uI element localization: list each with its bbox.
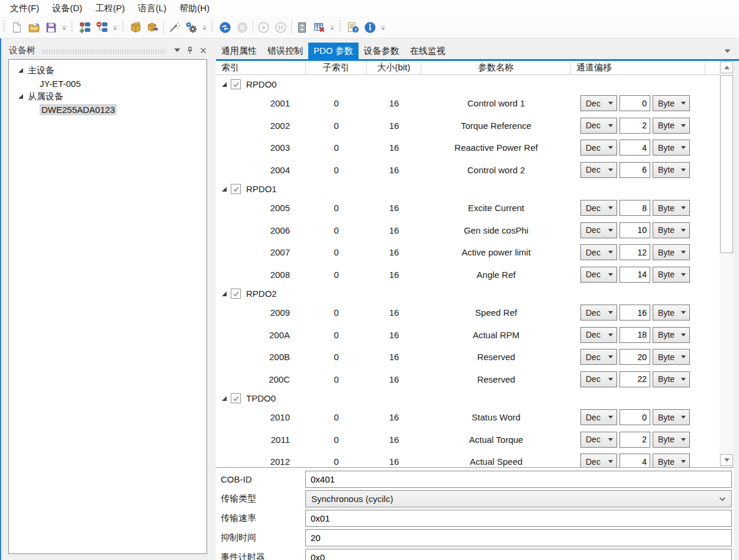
offset-unit-dropdown[interactable]: Byte [653, 327, 690, 343]
offset-unit-dropdown[interactable]: Byte [653, 118, 690, 134]
new-file-button[interactable] [8, 19, 25, 36]
offset-unit-dropdown[interactable]: Byte [653, 162, 690, 178]
scroll-up-button[interactable] [720, 61, 733, 73]
tree-node-jy-et-005[interactable]: JY-ET-005 [9, 77, 206, 90]
tab-overflow-button[interactable] [723, 47, 731, 54]
offset-format-dropdown[interactable]: Dec [580, 371, 617, 387]
offset-unit-dropdown[interactable]: Byte [653, 200, 690, 216]
offset-value-input[interactable] [619, 349, 650, 365]
remove-device-button[interactable] [93, 19, 111, 36]
offset-value-input[interactable] [619, 371, 650, 387]
offset-value-input[interactable] [619, 200, 650, 216]
column-header-subindex[interactable]: 子索引 [306, 61, 367, 75]
column-header-size[interactable]: 大小(bit) [367, 61, 421, 75]
expand-triangle-icon[interactable] [222, 292, 227, 296]
toolbar-dropdown-button[interactable] [111, 19, 119, 36]
stop-button[interactable] [234, 19, 251, 36]
panel-menu-button[interactable] [172, 45, 182, 56]
offset-unit-dropdown[interactable]: Byte [653, 140, 690, 156]
pdo-group-checkbox[interactable] [231, 393, 241, 403]
menu-item-device[interactable]: 设备(D) [46, 0, 89, 17]
expand-triangle-icon[interactable] [222, 396, 227, 401]
tab-online-monitor[interactable]: 在线监视 [405, 43, 451, 59]
tab-error-control[interactable]: 错误控制 [262, 43, 308, 59]
scrollbar-thumb[interactable] [720, 75, 733, 253]
offset-unit-dropdown[interactable]: Byte [653, 409, 690, 425]
offset-format-dropdown[interactable]: Dec [580, 140, 617, 156]
expand-triangle-icon[interactable] [18, 68, 23, 73]
toolbar-grip[interactable] [3, 21, 5, 33]
menu-item-help[interactable]: 帮助(H) [173, 0, 216, 17]
panel-pin-button[interactable] [185, 45, 195, 56]
connect-button[interactable] [217, 19, 234, 36]
offset-value-input[interactable] [619, 140, 650, 156]
open-folder-button[interactable] [25, 19, 43, 36]
tree-node-dwe255ada0123[interactable]: DWE255ADA0123 [9, 103, 206, 116]
tree-node-slave-device[interactable]: 从属设备 [9, 90, 206, 103]
offset-format-dropdown[interactable]: Dec [580, 95, 617, 111]
offset-format-dropdown[interactable]: Dec [580, 349, 617, 365]
offset-value-input[interactable] [619, 327, 650, 343]
vertical-scrollbar[interactable] [719, 61, 734, 467]
offset-unit-dropdown[interactable]: Byte [653, 305, 690, 321]
pdo-group-checkbox[interactable] [231, 79, 241, 89]
toolbar-dropdown-button[interactable] [60, 19, 68, 36]
menu-item-file[interactable]: 文件(F) [4, 0, 46, 17]
offset-format-dropdown[interactable]: Dec [580, 432, 617, 448]
gears-button[interactable] [183, 19, 200, 36]
offset-unit-dropdown[interactable]: Byte [653, 222, 690, 238]
toolbar-dropdown-button[interactable] [379, 19, 387, 36]
offset-value-input[interactable] [619, 409, 650, 425]
expand-triangle-icon[interactable] [18, 94, 23, 99]
event-timer-input[interactable] [305, 549, 732, 560]
panel-close-button[interactable] [198, 45, 208, 56]
menu-item-project[interactable]: 工程(P) [89, 0, 131, 17]
toolbar-grip[interactable] [211, 21, 213, 33]
delete-table-button[interactable] [311, 19, 328, 36]
scroll-down-button[interactable] [720, 454, 733, 466]
pdo-group-checkbox[interactable] [231, 289, 241, 299]
help-notes-button[interactable]: ? [344, 19, 362, 36]
offset-format-dropdown[interactable]: Dec [580, 454, 617, 467]
offset-format-dropdown[interactable]: Dec [580, 305, 617, 321]
offset-value-input[interactable] [619, 118, 650, 134]
add-device-button[interactable] [76, 19, 93, 36]
cob-id-input[interactable] [305, 471, 732, 488]
toolbar-grip[interactable] [71, 21, 73, 33]
expand-triangle-icon[interactable] [222, 82, 227, 87]
offset-value-input[interactable] [619, 432, 650, 448]
export-package-button[interactable] [144, 19, 162, 36]
offset-format-dropdown[interactable]: Dec [580, 244, 617, 260]
offset-format-dropdown[interactable]: Dec [580, 222, 617, 238]
offset-format-dropdown[interactable]: Dec [580, 327, 617, 343]
toolbar-grip[interactable] [122, 21, 124, 33]
toolbar-dropdown-button[interactable] [200, 19, 208, 36]
tab-pdo-params[interactable]: PDO 参数 [308, 43, 359, 59]
offset-unit-dropdown[interactable]: Byte [653, 371, 690, 387]
offset-value-input[interactable] [619, 454, 650, 467]
import-package-button[interactable] [127, 19, 144, 36]
offset-value-input[interactable] [619, 267, 650, 283]
tree-node-master-device[interactable]: 主设备 [9, 64, 206, 77]
offset-unit-dropdown[interactable]: Byte [653, 244, 690, 260]
pdo-group-checkbox[interactable] [231, 184, 241, 194]
offset-value-input[interactable] [619, 162, 650, 178]
column-header-index[interactable]: 索引 [216, 61, 306, 75]
transmission-type-select[interactable]: Synchronous (cycilc) [305, 490, 732, 507]
offset-format-dropdown[interactable]: Dec [580, 200, 617, 216]
offset-unit-dropdown[interactable]: Byte [653, 432, 690, 448]
offset-unit-dropdown[interactable]: Byte [653, 349, 690, 365]
offset-value-input[interactable] [619, 95, 650, 111]
offset-unit-dropdown[interactable]: Byte [653, 95, 690, 111]
transmission-rate-input[interactable] [305, 510, 732, 527]
expand-triangle-icon[interactable] [222, 187, 227, 192]
magic-wand-button[interactable] [166, 19, 183, 36]
offset-value-input[interactable] [619, 222, 650, 238]
tab-device-params[interactable]: 设备参数 [359, 43, 405, 59]
offset-value-input[interactable] [619, 305, 650, 321]
toolbar-dropdown-button[interactable] [328, 19, 336, 36]
play-button[interactable] [255, 19, 272, 36]
column-header-channel-offset[interactable]: 通道偏移 [571, 61, 705, 75]
offset-format-dropdown[interactable]: Dec [580, 118, 617, 134]
info-button[interactable] [362, 19, 379, 36]
